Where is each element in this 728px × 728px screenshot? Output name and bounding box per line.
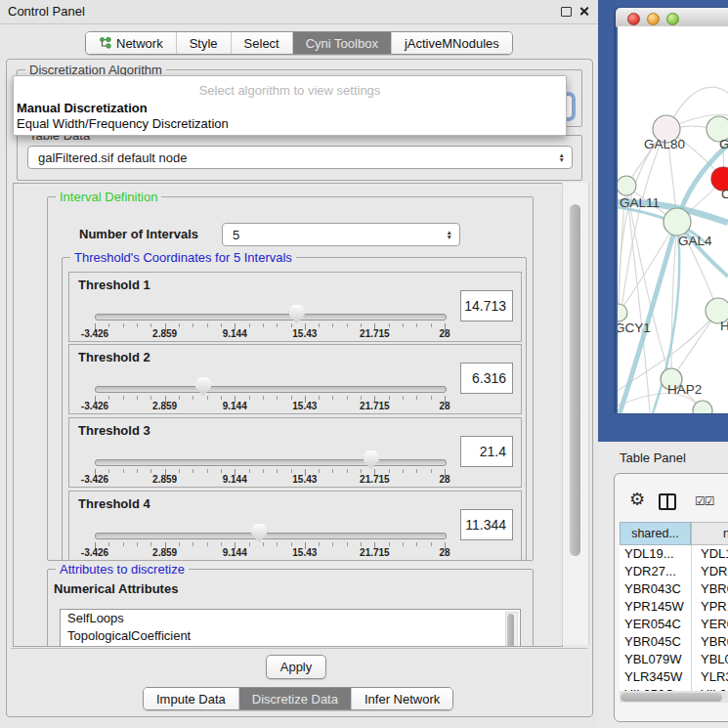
slider-tick — [150, 542, 151, 546]
network-canvas[interactable]: GAL80GACGAL11GAL4GCY1HHAP2 — [618, 26, 728, 413]
table-row[interactable]: YBR043CYBR0 — [620, 580, 728, 598]
slider-tick — [431, 542, 432, 546]
tab-jactivemnodules-label: jActiveMNodules — [405, 36, 499, 51]
table-panel-title: Table Panel — [620, 450, 686, 465]
slider-tick — [108, 323, 109, 327]
numerical-attributes-label: Numerical Attributes — [54, 581, 178, 596]
slider-thumb[interactable] — [195, 377, 211, 396]
slider-thumb[interactable] — [251, 524, 267, 542]
slider-track[interactable] — [95, 533, 447, 539]
column-header-name[interactable]: na — [691, 522, 728, 545]
slider-tick — [179, 469, 180, 473]
tab-cyni-toolbox[interactable]: Cyni Toolbox — [292, 32, 391, 54]
tab-jactivemnodules[interactable]: jActiveMNodules — [391, 32, 512, 54]
close-traffic-light-icon[interactable] — [627, 13, 640, 25]
slider-tick — [389, 396, 390, 400]
float-window-icon[interactable] — [561, 7, 572, 17]
tab-network[interactable]: Network — [86, 32, 176, 54]
tab-style[interactable]: Style — [176, 32, 231, 54]
slider-tick — [249, 396, 250, 400]
dropdown-option-equal-width[interactable]: Equal Width/Frequency Discretization — [17, 116, 229, 131]
list-scrollbar-thumb[interactable] — [507, 614, 514, 647]
split-columns-icon[interactable] — [659, 493, 676, 510]
table-row[interactable]: YDR27...YDR2 — [620, 563, 728, 580]
zoom-traffic-light-icon[interactable] — [666, 13, 679, 25]
network-node-gal4[interactable] — [664, 208, 691, 236]
gear-icon[interactable]: ⚙ — [629, 491, 645, 508]
threshold-2-row: Threshold 2-3.4262.8599.14415.4321.71528… — [68, 344, 522, 414]
minimize-traffic-light-icon[interactable] — [647, 13, 660, 25]
divider — [11, 648, 587, 649]
network-node-gal11[interactable] — [618, 176, 636, 195]
tab-discretize-data[interactable]: Discretize Data — [238, 688, 351, 709]
tab-impute-data[interactable]: Impute Data — [144, 688, 238, 709]
interval-definition-group: Interval Definition Number of Intervals … — [47, 196, 534, 561]
threshold-value-field[interactable]: 14.713 — [460, 290, 513, 321]
tab-style-label: Style — [190, 36, 218, 51]
table-rows[interactable]: YDL19...YDL1YDR27...YDR2YBR043CYBR0YPR14… — [620, 545, 728, 691]
attribute-list-item[interactable]: SelfLoops — [61, 610, 520, 627]
slider-tick — [277, 323, 278, 327]
cell-shared-name: YBL079W — [624, 652, 682, 666]
slider-track[interactable] — [95, 386, 447, 393]
slider-tick — [137, 542, 138, 546]
table-row[interactable]: YDL19...YDL1 — [620, 545, 728, 563]
select-columns-checkboxes-icon[interactable]: ☑☑ — [695, 494, 714, 508]
threshold-value-field[interactable]: 6.316 — [460, 363, 513, 394]
settings-scrollbar[interactable] — [562, 183, 589, 645]
threshold-value-field[interactable]: 21.4 — [460, 436, 513, 467]
numerical-attributes-list[interactable]: SelfLoopsTopologicalCoefficientBetweenne… — [60, 609, 521, 647]
slider-tick — [416, 323, 417, 327]
slider-thumb[interactable] — [289, 305, 305, 323]
network-node-gcy1[interactable] — [618, 304, 627, 321]
attributes-group: Attributes to discretize Numerical Attri… — [47, 569, 534, 647]
table-hscrollbar-thumb[interactable] — [621, 693, 722, 702]
slider-tick — [277, 542, 278, 546]
table-row[interactable]: YBL079WYBL0 — [620, 651, 728, 668]
column-header-shared-name[interactable]: shared... — [620, 522, 691, 545]
node-label-gcy1: GCY1 — [618, 321, 651, 335]
tab-discretize-data-label: Discretize Data — [252, 692, 338, 707]
apply-button[interactable]: Apply — [266, 655, 326, 679]
slider-tick — [207, 396, 208, 400]
slider-tick — [431, 469, 432, 473]
cell-shared-name: YLR345W — [624, 669, 682, 684]
slider-tick — [137, 469, 138, 473]
table-row[interactable]: YLR345WYLR3 — [620, 668, 728, 686]
table-data-combobox[interactable]: galFiltered.sif default node ▲▼ — [27, 146, 573, 169]
close-icon[interactable] — [578, 6, 589, 17]
slider-tick — [207, 469, 208, 473]
tab-infer-network[interactable]: Infer Network — [351, 688, 452, 709]
slider-tick — [416, 396, 417, 400]
table-data-value: galFiltered.sif default node — [38, 150, 187, 165]
cell-shared-name: YBR045C — [624, 634, 681, 649]
control-panel-tabs: Network Style Select Cyni Toolbox jActiv… — [85, 31, 513, 55]
attribute-list-item[interactable]: TopologicalCoefficient — [61, 627, 520, 645]
network-view-window: GAL80GACGAL11GAL4GCY1HHAP2 — [616, 8, 728, 413]
threshold-value-field[interactable]: 11.344 — [460, 509, 513, 540]
table-row[interactable]: YER054CYER0 — [620, 616, 728, 633]
list-scrollbar[interactable] — [505, 612, 518, 647]
slider-track[interactable] — [95, 459, 447, 466]
column-divider — [691, 545, 692, 691]
slider-thumb[interactable] — [364, 450, 379, 469]
table-hscrollbar[interactable] — [620, 691, 728, 703]
table-row[interactable]: YBR045CYBR0 — [620, 633, 728, 651]
tab-select[interactable]: Select — [231, 32, 292, 54]
slider-tick — [361, 396, 362, 400]
dropdown-option-manual[interactable]: Manual Discretization — [17, 101, 148, 115]
attribute-list-item[interactable]: BetweennessCentrality — [61, 644, 520, 647]
slider-tick-label: 2.859 — [152, 547, 177, 558]
network-window-titlebar[interactable] — [616, 8, 728, 27]
cyni-toolbox-panel: Discretization Algorithm Table Data galF… — [6, 59, 593, 717]
slider-tick-label: 15.43 — [292, 474, 317, 485]
slider-tick — [207, 323, 208, 327]
slider-tick — [221, 542, 222, 546]
node-label-h: H — [720, 319, 728, 333]
table-row[interactable]: YPR145WYPR1 — [620, 598, 728, 616]
slider-track[interactable] — [95, 314, 447, 321]
settings-scrollbar-thumb[interactable] — [570, 204, 580, 556]
threshold-label: Threshold 2 — [78, 350, 150, 364]
number-of-intervals-combobox[interactable]: 5 ▲▼ — [222, 223, 460, 246]
slider-tick — [150, 469, 151, 473]
